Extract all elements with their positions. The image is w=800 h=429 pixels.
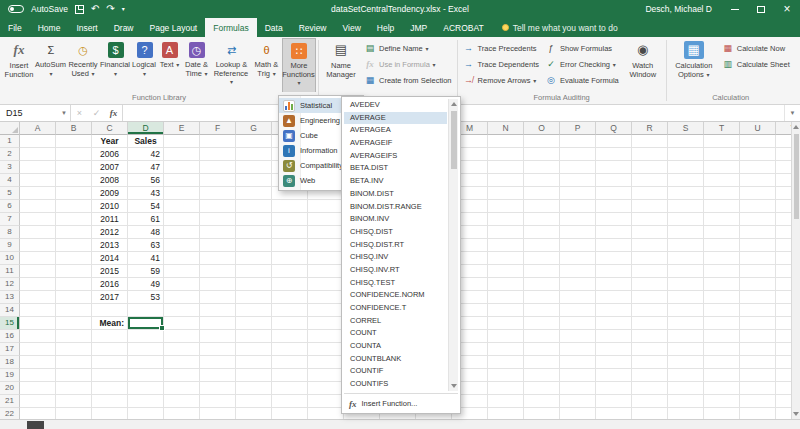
function-item-chisq-test[interactable]: CHISQ.TEST: [344, 277, 447, 290]
cell-u5[interactable]: [740, 187, 776, 200]
cell-s2[interactable]: [668, 148, 704, 161]
scroll-up-icon[interactable]: [792, 122, 800, 132]
cell-h12[interactable]: [272, 278, 308, 291]
qat-customize-icon[interactable]: ▾: [122, 4, 125, 14]
cell-f21[interactable]: [200, 395, 236, 408]
cell-d14[interactable]: [128, 304, 164, 317]
cell-s10[interactable]: [668, 252, 704, 265]
cell-g22[interactable]: [236, 408, 272, 419]
cell-e18[interactable]: [164, 356, 200, 369]
cell-a7[interactable]: [20, 213, 56, 226]
financial-button[interactable]: $Financial ▾: [100, 38, 131, 92]
lookup-reference-button[interactable]: ⇄Lookup & Reference ▾: [212, 38, 251, 92]
cell-g12[interactable]: [236, 278, 272, 291]
cell-b15[interactable]: [56, 317, 92, 330]
cell-q9[interactable]: [596, 239, 632, 252]
cell-q8[interactable]: [596, 226, 632, 239]
cell-f2[interactable]: [200, 148, 236, 161]
cell-t17[interactable]: [704, 343, 740, 356]
redo-icon[interactable]: ↷: [106, 4, 114, 14]
cell-n20[interactable]: [488, 382, 524, 395]
cell-f17[interactable]: [200, 343, 236, 356]
cell-a18[interactable]: [20, 356, 56, 369]
cell-b22[interactable]: [56, 408, 92, 419]
cell-q7[interactable]: [596, 213, 632, 226]
row-header-13[interactable]: 13: [0, 291, 20, 304]
text-button[interactable]: AText ▾: [158, 38, 181, 92]
cell-n12[interactable]: [488, 278, 524, 291]
cell-e11[interactable]: [164, 265, 200, 278]
cell-o16[interactable]: [524, 330, 560, 343]
cell-b17[interactable]: [56, 343, 92, 356]
cell-c20[interactable]: [92, 382, 128, 395]
function-item-average[interactable]: AVERAGE: [344, 112, 447, 125]
submenu-scrollbar[interactable]: [448, 99, 458, 391]
cell-u20[interactable]: [740, 382, 776, 395]
cell-o21[interactable]: [524, 395, 560, 408]
row-header-22[interactable]: 22: [0, 408, 20, 419]
cell-a8[interactable]: [20, 226, 56, 239]
cell-i12[interactable]: [308, 278, 344, 291]
cell-d16[interactable]: [128, 330, 164, 343]
cell-e15[interactable]: [164, 317, 200, 330]
cell-h13[interactable]: [272, 291, 308, 304]
cell-r2[interactable]: [632, 148, 668, 161]
cell-c18[interactable]: [92, 356, 128, 369]
cell-o3[interactable]: [524, 161, 560, 174]
cell-p17[interactable]: [560, 343, 596, 356]
cell-d6[interactable]: 54: [128, 200, 164, 213]
cell-i16[interactable]: [308, 330, 344, 343]
function-item-beta-inv[interactable]: BETA.INV: [344, 175, 447, 188]
cell-p6[interactable]: [560, 200, 596, 213]
insert-function-button[interactable]: fxInsert Function: [2, 38, 36, 92]
cell-b19[interactable]: [56, 369, 92, 382]
calculate-sheet-button[interactable]: ▥Calculate Sheet: [722, 58, 790, 70]
cell-f11[interactable]: [200, 265, 236, 278]
cell-u16[interactable]: [740, 330, 776, 343]
cell-r20[interactable]: [632, 382, 668, 395]
cell-f13[interactable]: [200, 291, 236, 304]
cell-f10[interactable]: [200, 252, 236, 265]
cell-d1[interactable]: Sales: [128, 135, 164, 148]
cell-n4[interactable]: [488, 174, 524, 187]
cell-g20[interactable]: [236, 382, 272, 395]
cell-g8[interactable]: [236, 226, 272, 239]
row-header-11[interactable]: 11: [0, 265, 20, 278]
cell-b20[interactable]: [56, 382, 92, 395]
name-box[interactable]: D15: [0, 105, 58, 121]
cell-h18[interactable]: [272, 356, 308, 369]
cell-h20[interactable]: [272, 382, 308, 395]
cell-g15[interactable]: [236, 317, 272, 330]
cell-p9[interactable]: [560, 239, 596, 252]
cell-b21[interactable]: [56, 395, 92, 408]
cell-f7[interactable]: [200, 213, 236, 226]
cell-t18[interactable]: [704, 356, 740, 369]
evaluate-formula-button[interactable]: ◎Evaluate Formula: [545, 74, 619, 86]
cell-b18[interactable]: [56, 356, 92, 369]
function-item-beta-dist[interactable]: BETA.DIST: [344, 162, 447, 175]
cell-g14[interactable]: [236, 304, 272, 317]
cell-e3[interactable]: [164, 161, 200, 174]
cell-a9[interactable]: [20, 239, 56, 252]
cell-s16[interactable]: [668, 330, 704, 343]
cell-t22[interactable]: [704, 408, 740, 419]
close-button[interactable]: ×: [774, 0, 800, 18]
cell-n6[interactable]: [488, 200, 524, 213]
cell-p5[interactable]: [560, 187, 596, 200]
cell-b10[interactable]: [56, 252, 92, 265]
cell-s22[interactable]: [668, 408, 704, 419]
cell-o13[interactable]: [524, 291, 560, 304]
cell-b13[interactable]: [56, 291, 92, 304]
cell-p21[interactable]: [560, 395, 596, 408]
cell-s11[interactable]: [668, 265, 704, 278]
cell-a22[interactable]: [20, 408, 56, 419]
cell-i7[interactable]: [308, 213, 344, 226]
cell-o8[interactable]: [524, 226, 560, 239]
cell-e14[interactable]: [164, 304, 200, 317]
recently-used-button[interactable]: ◷Recently Used ▾: [66, 38, 100, 92]
function-item-averageif[interactable]: AVERAGEIF: [344, 137, 447, 150]
cell-g18[interactable]: [236, 356, 272, 369]
cell-h11[interactable]: [272, 265, 308, 278]
cell-f14[interactable]: [200, 304, 236, 317]
tab-formulas[interactable]: Formulas: [205, 18, 256, 37]
